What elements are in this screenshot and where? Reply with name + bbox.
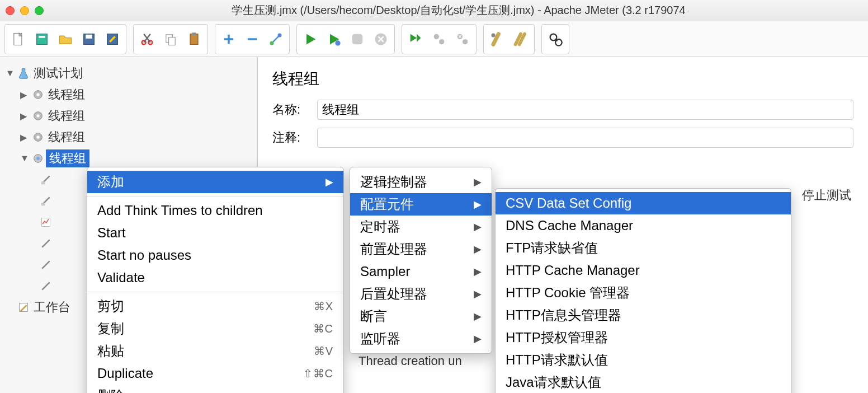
expand-button[interactable] (217, 26, 240, 52)
menu-label: CSV Data Set Config (506, 195, 631, 211)
gear-icon (30, 88, 46, 101)
titlebar: 学生压测.jmx (/Users/hecom/Desktop/自动化st/学生压… (0, 0, 868, 21)
search-button[interactable] (544, 26, 567, 52)
submenu-config-element[interactable]: 配置元件▶ (350, 193, 492, 216)
cut-button[interactable] (135, 26, 159, 52)
start-button[interactable] (299, 26, 322, 52)
config-ftp-defaults[interactable]: FTP请求缺省值 (496, 237, 791, 259)
svg-point-17 (434, 34, 439, 39)
menu-label: 断言 (360, 307, 387, 325)
close-window-button[interactable] (6, 6, 15, 15)
new-file-button[interactable] (7, 26, 30, 52)
svg-rect-2 (39, 36, 45, 38)
config-http-header[interactable]: HTTP信息头管理器 (496, 304, 791, 326)
shortcut-label: ⌘C (313, 322, 333, 335)
maximize-window-button[interactable] (35, 6, 44, 15)
context-menu[interactable]: 添加 ▶ Add Think Times to children Start S… (87, 167, 344, 393)
start-no-pauses-button[interactable] (322, 26, 346, 52)
save-as-button[interactable] (101, 26, 124, 52)
tree-label: 工作台 (31, 298, 73, 316)
menu-cut[interactable]: 剪切⌘X (87, 295, 343, 317)
config-csv-data-set[interactable]: CSV Data Set Config (496, 192, 791, 214)
stop-button[interactable] (346, 26, 369, 52)
open-button[interactable] (54, 26, 77, 52)
submenu-sampler[interactable]: Sampler▶ (350, 260, 492, 283)
menu-label: 配置元件 (360, 195, 414, 213)
submenu-arrow-icon: ▶ (326, 176, 333, 188)
submenu-config-elements[interactable]: CSV Data Set Config DNS Cache Manager FT… (495, 188, 791, 393)
submenu-pre-processor[interactable]: 前置处理器▶ (350, 238, 492, 260)
submenu-listener[interactable]: 监听器▶ (350, 328, 492, 350)
menu-delete[interactable]: 删除 (87, 385, 343, 393)
menu-copy[interactable]: 复制⌘C (87, 317, 343, 340)
menu-label: 粘贴 (97, 342, 124, 360)
comment-input[interactable] (317, 128, 853, 148)
chart-icon (38, 217, 54, 228)
submenu-timer[interactable]: 定时器▶ (350, 216, 492, 238)
config-http-cookie[interactable]: HTTP Cookie 管理器 (496, 282, 791, 304)
collapse-button[interactable] (240, 26, 264, 52)
submenu-add[interactable]: 逻辑控制器▶ 配置元件▶ 定时器▶ 前置处理器▶ Sampler▶ 后置处理器▶… (350, 167, 492, 354)
menu-label: HTTP请求默认值 (506, 351, 608, 369)
config-java-defaults[interactable]: Java请求默认值 (496, 371, 791, 393)
remote-stop-button[interactable] (427, 26, 451, 52)
menu-label: Java请求默认值 (506, 373, 601, 391)
svg-point-29 (36, 135, 40, 139)
tree-thread-group-4-selected[interactable]: ▼ 线程组 (0, 148, 257, 169)
menu-paste[interactable]: 粘贴⌘V (87, 340, 343, 362)
tree-root-test-plan[interactable]: ▼ 测试计划 (0, 63, 257, 84)
svg-rect-32 (41, 181, 45, 184)
svg-rect-9 (169, 37, 176, 45)
submenu-arrow-icon: ▶ (474, 333, 482, 345)
window-title: 学生压测.jmx (/Users/hecom/Desktop/自动化st/学生压… (55, 3, 862, 18)
shutdown-button[interactable] (369, 26, 393, 52)
clear-button[interactable] (485, 26, 509, 52)
shortcut-label: ⇧⌘C (303, 367, 333, 380)
tree-thread-group-1[interactable]: ▶ 线程组 (0, 84, 257, 105)
menu-validate[interactable]: Validate (87, 266, 343, 289)
submenu-arrow-icon: ▶ (474, 198, 482, 210)
tree-thread-group-2[interactable]: ▶ 线程组 (0, 105, 257, 127)
paste-button[interactable] (182, 26, 206, 52)
menu-start[interactable]: Start (87, 222, 343, 244)
config-http-auth[interactable]: HTTP授权管理器 (496, 326, 791, 349)
config-http-cache[interactable]: HTTP Cache Manager (496, 259, 791, 282)
menu-label: 删除 (97, 387, 124, 393)
submenu-logic-controller[interactable]: 逻辑控制器▶ (350, 171, 492, 193)
tree-label: 线程组 (46, 128, 87, 146)
menu-label: 剪切 (97, 297, 124, 315)
remote-start-button[interactable] (404, 26, 427, 52)
menu-label: 定时器 (360, 218, 400, 236)
submenu-assertion[interactable]: 断言▶ (350, 305, 492, 328)
svg-rect-11 (192, 32, 196, 35)
submenu-arrow-icon: ▶ (474, 221, 482, 233)
beaker-icon (16, 67, 31, 79)
svg-point-31 (36, 157, 40, 160)
menu-add-think-times[interactable]: Add Think Times to children (87, 199, 343, 222)
toggle-button[interactable] (264, 26, 287, 52)
minimize-window-button[interactable] (20, 6, 29, 15)
config-dns-cache[interactable]: DNS Cache Manager (496, 214, 791, 237)
svg-rect-15 (352, 34, 363, 44)
menu-add[interactable]: 添加 ▶ (87, 171, 343, 193)
copy-button[interactable] (159, 26, 182, 52)
menu-label: 逻辑控制器 (360, 173, 427, 191)
shortcut-label: ⌘V (314, 344, 333, 358)
save-button[interactable] (77, 26, 101, 52)
tree-label: 线程组 (46, 86, 87, 104)
menu-label: HTTP Cookie 管理器 (506, 284, 630, 302)
submenu-post-processor[interactable]: 后置处理器▶ (350, 283, 492, 305)
clear-all-button[interactable] (509, 26, 532, 52)
remote-shutdown-button[interactable] (451, 26, 474, 52)
svg-rect-10 (190, 34, 198, 44)
menu-start-no-pauses[interactable]: Start no pauses (87, 244, 343, 266)
submenu-arrow-icon: ▶ (474, 176, 482, 188)
menu-duplicate[interactable]: Duplicate⇧⌘C (87, 362, 343, 385)
templates-button[interactable] (30, 26, 54, 52)
svg-point-20 (463, 39, 468, 44)
tree-thread-group-3[interactable]: ▶ 线程组 (0, 127, 257, 148)
menu-label: 添加 (97, 173, 124, 191)
sampler-icon (38, 259, 54, 270)
config-http-defaults[interactable]: HTTP请求默认值 (496, 349, 791, 371)
name-input[interactable] (317, 100, 853, 120)
